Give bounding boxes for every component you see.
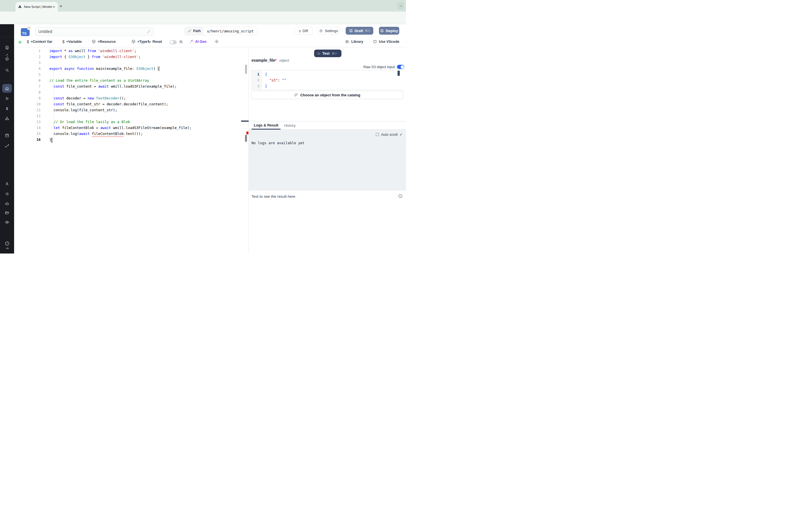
sidebar-item-users[interactable] xyxy=(0,180,14,188)
script-name-input[interactable]: Untitled xyxy=(35,27,154,36)
add-type-button[interactable]: +Type xyxy=(132,40,147,44)
folder-icon xyxy=(5,210,9,215)
script-path-chip[interactable]: Path u/henri/amusing_script xyxy=(185,27,257,35)
sidebar-divider xyxy=(0,37,14,37)
sidebar-item-folders[interactable] xyxy=(0,209,14,217)
sidebar-item-home[interactable] xyxy=(0,84,14,93)
arrow-right-icon xyxy=(5,246,9,250)
sidebar-item-search[interactable] xyxy=(0,66,14,74)
save-icon xyxy=(380,29,384,33)
reset-button[interactable]: ↻ Reset xyxy=(147,40,162,44)
raw-s3-toggle[interactable] xyxy=(397,65,404,69)
json-arg-editor[interactable]: 1{2 "s3": ""3} xyxy=(251,70,403,90)
ai-gen-button[interactable]: AI Gen xyxy=(189,40,206,44)
sidebar-item-schedules[interactable] xyxy=(0,131,14,140)
magic-wand-icon xyxy=(189,40,193,44)
result-placeholder: Test to see the result here xyxy=(252,194,295,199)
info-icon[interactable] xyxy=(398,194,403,198)
sidebar-item-audit-logs[interactable] xyxy=(0,218,14,226)
sidebar-divider xyxy=(0,81,14,81)
add-variable-button[interactable]: $ +Variable xyxy=(62,40,82,44)
draft-shortcut: ⌘S xyxy=(365,29,370,33)
path-label: Path xyxy=(193,29,201,33)
building-icon xyxy=(5,45,9,50)
sidebar-item-resources[interactable] xyxy=(0,115,14,123)
test-shortcut: ⌘↵ xyxy=(332,52,338,55)
person-icon xyxy=(5,182,9,186)
script-name-value: Untitled xyxy=(38,29,52,34)
package-icon xyxy=(92,40,96,44)
runtime-emoji-badge xyxy=(27,26,31,30)
choose-object-button[interactable]: Choose an object from the catalog xyxy=(251,91,403,99)
close-tab-icon[interactable]: × xyxy=(52,5,56,9)
play-icon xyxy=(5,96,9,101)
add-context-var-button[interactable]: $ +Context Var xyxy=(27,40,52,44)
sidebar-item-variables[interactable]: $ xyxy=(0,105,14,113)
dollar-icon: $ xyxy=(5,107,9,111)
cubes-icon xyxy=(5,117,9,121)
use-vscode-button[interactable]: Use VScode xyxy=(373,40,399,44)
sidebar-item-settings[interactable] xyxy=(0,189,14,198)
json-scrollbar[interactable] xyxy=(398,71,400,76)
play-icon: ▷ xyxy=(318,52,320,55)
settings-button[interactable]: Settings xyxy=(317,27,340,35)
browser-toolbar: ← → ↻ app.windmill.dev/scripts/add#JTdCJ… xyxy=(0,11,406,24)
library-button[interactable]: Library xyxy=(345,40,363,44)
expand-icon[interactable] xyxy=(375,133,379,136)
windmill-new-script-screen: { "browser": { "tab_title": "New Script … xyxy=(0,0,406,253)
editor-scrollbar-slider[interactable] xyxy=(245,135,247,142)
edit-pencil-icon[interactable] xyxy=(147,30,151,34)
package-icon xyxy=(132,40,136,44)
add-resource-button[interactable]: +Resource xyxy=(92,40,116,44)
multiplayer-toggle[interactable] xyxy=(170,40,177,44)
reset-icon: ↻ xyxy=(147,40,151,44)
library-icon xyxy=(345,40,350,44)
sidebar-item-runs[interactable] xyxy=(0,94,14,103)
indent-guide xyxy=(53,72,54,137)
tab-search-button[interactable] xyxy=(397,2,404,10)
sidebar-item-workspace[interactable] xyxy=(0,43,14,52)
calendar-icon xyxy=(5,133,9,138)
text-cursor xyxy=(52,138,52,143)
argument-row: example_file* object xyxy=(252,58,289,62)
vscode-icon xyxy=(373,40,377,44)
tab-logs-result[interactable]: Logs & Result xyxy=(252,121,281,129)
paperclip-icon xyxy=(294,93,298,97)
diff-button[interactable]: ± Diff xyxy=(294,27,313,35)
test-run-button[interactable]: ▷ Test ⌘↵ xyxy=(314,50,342,57)
browser-tab[interactable]: New Script | Windmill × xyxy=(15,2,58,11)
sidebar-item-flows[interactable] xyxy=(0,142,14,150)
robot-icon xyxy=(5,202,9,206)
argument-type: object xyxy=(280,58,289,62)
splitter-handle[interactable] xyxy=(241,121,249,122)
windmill-favicon xyxy=(18,5,22,9)
path-pencil-icon xyxy=(188,29,191,33)
logs-pane: Auto scroll ✓ No logs are available yet xyxy=(249,129,406,191)
test-panel: ▷ Test ⌘↵ example_file* object Raw S3 ob… xyxy=(249,47,406,253)
tab-history[interactable]: History xyxy=(282,121,298,129)
deploy-button[interactable]: Deploy xyxy=(379,27,399,35)
gear-icon xyxy=(214,40,219,44)
sidebar-item-collapse[interactable] xyxy=(0,244,14,252)
multiplayer-users-icon[interactable] xyxy=(179,40,183,44)
browser-tab-strip: New Script | Windmill × + xyxy=(0,0,406,11)
raw-s3-row: Raw S3 object input xyxy=(249,65,404,69)
error-marker xyxy=(246,131,248,134)
gear-icon xyxy=(5,192,9,196)
app-sidebar: $? xyxy=(0,24,14,253)
result-tabs: Logs & Result History xyxy=(249,121,406,129)
required-asterisk: * xyxy=(275,58,276,62)
tab-title: New Script | Windmill xyxy=(24,5,52,8)
sidebar-item-favorites[interactable] xyxy=(0,55,14,63)
sidebar-item-workers[interactable] xyxy=(0,200,14,208)
route-icon xyxy=(5,144,9,148)
save-draft-button[interactable]: Draft ⌘S xyxy=(346,27,373,35)
editor-settings-button[interactable] xyxy=(214,40,219,44)
auto-scroll-control[interactable]: Auto scroll ✓ xyxy=(375,132,403,136)
home-icon xyxy=(5,86,9,91)
no-logs-message: No logs are available yet xyxy=(252,141,305,145)
code-editor[interactable]: 1import * as wmill from 'windmill-client… xyxy=(14,47,248,253)
path-value: u/henri/amusing_script xyxy=(204,27,257,35)
editor-scrollbar-slider[interactable] xyxy=(245,65,247,74)
new-tab-button[interactable]: + xyxy=(59,3,62,9)
